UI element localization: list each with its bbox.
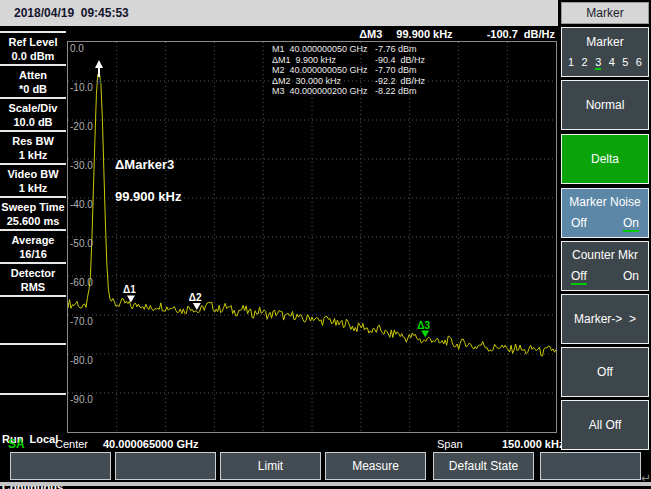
y-axis-label: -70.0 bbox=[70, 317, 93, 327]
active-marker-name: ΔMarker3 bbox=[115, 157, 174, 172]
marker-table-row: M2 40.000000050 GHz-7.70 dBm bbox=[272, 65, 425, 76]
y-axis-label: -60.0 bbox=[70, 278, 93, 288]
marker-table-row: ΔM1 9.900 kHz-90.4 dB/Hz bbox=[272, 55, 425, 66]
left-panel-item: Atten*0 dB bbox=[0, 66, 66, 99]
marker-number-5[interactable]: 5 bbox=[622, 56, 628, 70]
softkey-marker-noise-label: Marker Noise bbox=[569, 195, 640, 209]
active-marker-value: 99.900 kHz bbox=[115, 189, 182, 204]
marker-number-3[interactable]: 3 bbox=[595, 56, 601, 70]
softkey-marker-noise[interactable]: Marker NoiseOffOn bbox=[561, 188, 649, 238]
datetime-bar: 2018/04/19 09:45:53 bbox=[0, 0, 558, 26]
svg-text:Δ3: Δ3 bbox=[417, 320, 430, 331]
trace-plot: 3Δ1Δ2Δ3 bbox=[68, 42, 556, 432]
softkey-all-off[interactable]: All Off bbox=[561, 400, 649, 450]
left-panel-item: Res BW1 kHz bbox=[0, 132, 66, 165]
delta-marker-readout: ΔM3 99.900 kHz -100.7 dB/Hz bbox=[0, 26, 557, 42]
softkey-delta-label: Delta bbox=[591, 152, 619, 166]
softkey-counter-mkr-on[interactable]: On bbox=[623, 269, 639, 285]
y-axis-label: 0.0 bbox=[70, 44, 84, 54]
softkey-normal-label: Normal bbox=[586, 98, 625, 112]
left-panel-item: Ref Level0.0 dBm bbox=[0, 33, 66, 66]
softkey-counter-mkr-label: Counter Mkr bbox=[572, 248, 638, 262]
left-panel-item: Sweep Time25.600 ms bbox=[0, 198, 66, 231]
y-axis-label: -50.0 bbox=[70, 239, 93, 249]
left-panel-item bbox=[0, 297, 66, 345]
svg-text:Δ2: Δ2 bbox=[189, 292, 202, 303]
softkey-counter-mkr[interactable]: Counter MkrOffOn bbox=[561, 241, 649, 291]
left-panel-item bbox=[0, 345, 66, 395]
span-label: Span bbox=[437, 438, 463, 450]
softkey-marker-to[interactable]: Marker-> > bbox=[561, 294, 649, 344]
softkey-counter-mkr-off[interactable]: Off bbox=[571, 269, 587, 285]
mode-indicator: SA bbox=[8, 437, 25, 451]
svg-text:3: 3 bbox=[97, 78, 101, 85]
marker-number-row: 123456 bbox=[568, 56, 642, 70]
y-axis-label: -40.0 bbox=[70, 200, 93, 210]
marker-table-row: M3 40.000000200 GHz-8.22 dBm bbox=[272, 86, 425, 97]
bottom-softkey-default-state[interactable]: Default State bbox=[433, 452, 534, 480]
left-panel-item: Average16/16 bbox=[0, 231, 66, 264]
return-symbol: ↵ bbox=[641, 471, 651, 485]
marker-readout-table: M1 40.000000050 GHz-7.76 dBmΔM1 9.900 kH… bbox=[272, 44, 425, 97]
center-freq-value: 40.000065000 GHz bbox=[103, 438, 198, 450]
y-axis-label: -20.0 bbox=[70, 122, 93, 132]
bottom-softkey-measure[interactable]: Measure bbox=[325, 452, 426, 480]
y-axis-label: -90.0 bbox=[70, 395, 93, 405]
marker-3-peak: 3 bbox=[95, 60, 103, 85]
delta-marker-3: Δ3 bbox=[417, 320, 430, 338]
spectrum-analyzer-screen: 2018/04/19 09:45:53 ΔM3 99.900 kHz -100.… bbox=[0, 0, 651, 489]
left-panel-item: Video BW1 kHz bbox=[0, 165, 66, 198]
softkey-all-off-label: All Off bbox=[589, 418, 621, 432]
softkey-off[interactable]: Off bbox=[561, 347, 649, 397]
softkey-normal[interactable]: Normal bbox=[561, 80, 649, 130]
marker-number-6[interactable]: 6 bbox=[636, 56, 642, 70]
softkey-delta[interactable]: Delta bbox=[561, 134, 649, 184]
left-panel-item: Scale/Div10.0 dB bbox=[0, 99, 66, 132]
bottom-divider bbox=[0, 482, 651, 486]
bottom-softkey-6[interactable] bbox=[540, 452, 641, 480]
bottom-softkey-1[interactable] bbox=[10, 452, 111, 480]
softkey-off-label: Off bbox=[597, 365, 613, 379]
marker-number-2[interactable]: 2 bbox=[582, 56, 588, 70]
span-value: 150.000 kHz bbox=[502, 438, 564, 450]
grid bbox=[68, 42, 556, 432]
delta-readout-value: 99.900 kHz bbox=[396, 28, 452, 40]
delta-readout-unit: dB/Hz bbox=[524, 28, 555, 40]
marker-table-row: ΔM2 30.000 kHz-92.2 dB/Hz bbox=[272, 76, 425, 87]
y-axis-label: -80.0 bbox=[70, 356, 93, 366]
delta-readout-label: ΔM3 bbox=[359, 28, 382, 40]
delta-marker-2: Δ2 bbox=[189, 292, 202, 310]
softkey-marker-select[interactable]: Marker123456 bbox=[561, 27, 649, 77]
softkey-counter-mkr-toggle: OffOn bbox=[571, 269, 639, 285]
center-freq-label: Center bbox=[55, 438, 88, 450]
delta-readout-level: -100.7 bbox=[487, 28, 518, 40]
bottom-softkey-2[interactable] bbox=[115, 452, 216, 480]
softkey-marker-noise-on[interactable]: On bbox=[623, 216, 639, 232]
marker-table-row: M1 40.000000050 GHz-7.76 dBm bbox=[272, 44, 425, 55]
spectrum-display: 3Δ1Δ2Δ3 0.0-10.0-20.0-30.0-40.0-50.0-60.… bbox=[67, 41, 557, 433]
softkey-marker-to-label: Marker-> > bbox=[574, 312, 636, 326]
left-panel: Ref Level0.0 dBmAtten*0 dBScale/Div10.0 … bbox=[0, 31, 66, 395]
y-axis-label: -30.0 bbox=[70, 161, 93, 171]
left-panel-item: DetectorRMS bbox=[0, 264, 66, 297]
svg-text:Δ1: Δ1 bbox=[123, 284, 136, 295]
softkey-menu-title: Marker bbox=[561, 2, 649, 24]
softkey-marker-noise-toggle: OffOn bbox=[571, 216, 639, 232]
bottom-softkey-limit[interactable]: Limit bbox=[220, 452, 321, 480]
softkey-marker-select-label: Marker bbox=[586, 35, 623, 49]
marker-number-4[interactable]: 4 bbox=[609, 56, 615, 70]
softkey-marker-noise-off[interactable]: Off bbox=[571, 216, 587, 232]
marker-number-1[interactable]: 1 bbox=[568, 56, 574, 70]
y-axis-label: -10.0 bbox=[70, 83, 93, 93]
delta-marker-1: Δ1 bbox=[123, 284, 136, 302]
